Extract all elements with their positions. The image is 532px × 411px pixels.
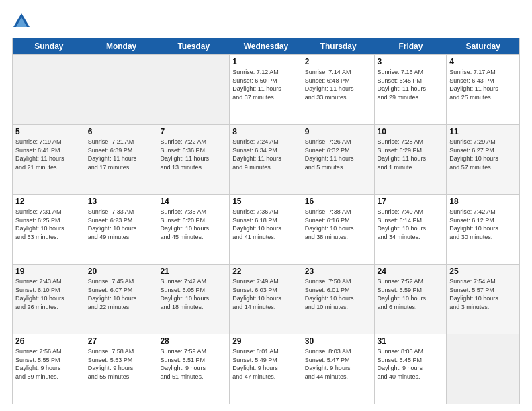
day-number: 22 (232, 267, 299, 276)
header-day-friday: Friday (375, 38, 447, 54)
day-info: Sunrise: 7:26 AM Sunset: 6:32 PM Dayligh… (305, 138, 371, 171)
day-info: Sunrise: 7:22 AM Sunset: 6:36 PM Dayligh… (160, 138, 226, 171)
day-info: Sunrise: 7:19 AM Sunset: 6:41 PM Dayligh… (15, 138, 82, 171)
week-row-1: 5Sunrise: 7:19 AM Sunset: 6:41 PM Daylig… (13, 124, 519, 194)
day-info: Sunrise: 7:49 AM Sunset: 6:03 PM Dayligh… (232, 277, 299, 311)
calendar-body: 1Sunrise: 7:12 AM Sunset: 6:50 PM Daylig… (13, 54, 519, 404)
day-number: 24 (378, 267, 444, 276)
day-info: Sunrise: 7:14 AM Sunset: 6:48 PM Dayligh… (305, 68, 371, 101)
day-info: Sunrise: 7:33 AM Sunset: 6:23 PM Dayligh… (88, 208, 154, 241)
day-cell-29: 29Sunrise: 8:01 AM Sunset: 5:49 PM Dayli… (230, 334, 302, 404)
day-cell-4: 4Sunrise: 7:17 AM Sunset: 6:43 PM Daylig… (447, 55, 519, 124)
day-number: 10 (378, 127, 444, 136)
day-cell-6: 6Sunrise: 7:21 AM Sunset: 6:39 PM Daylig… (85, 125, 158, 194)
day-cell-27: 27Sunrise: 7:58 AM Sunset: 5:53 PM Dayli… (85, 334, 158, 404)
day-cell-8: 8Sunrise: 7:24 AM Sunset: 6:34 PM Daylig… (230, 125, 302, 194)
week-row-2: 12Sunrise: 7:31 AM Sunset: 6:25 PM Dayli… (13, 194, 519, 264)
day-cell-21: 21Sunrise: 7:47 AM Sunset: 6:05 PM Dayli… (157, 265, 230, 334)
day-number: 19 (15, 267, 82, 276)
day-info: Sunrise: 8:05 AM Sunset: 5:45 PM Dayligh… (378, 347, 444, 381)
day-info: Sunrise: 7:16 AM Sunset: 6:45 PM Dayligh… (378, 68, 444, 101)
day-info: Sunrise: 7:58 AM Sunset: 5:53 PM Dayligh… (88, 347, 154, 381)
calendar-header: SundayMondayTuesdayWednesdayThursdayFrid… (13, 38, 519, 54)
day-cell-23: 23Sunrise: 7:50 AM Sunset: 6:01 PM Dayli… (302, 265, 375, 334)
day-number: 8 (232, 127, 299, 136)
day-number: 4 (449, 57, 517, 66)
day-info: Sunrise: 7:12 AM Sunset: 6:50 PM Dayligh… (232, 68, 299, 101)
day-cell-20: 20Sunrise: 7:45 AM Sunset: 6:07 PM Dayli… (85, 265, 158, 334)
logo-icon (12, 12, 31, 31)
day-number: 14 (160, 197, 226, 206)
day-number: 16 (305, 197, 371, 206)
day-number: 17 (378, 197, 444, 206)
day-info: Sunrise: 7:31 AM Sunset: 6:25 PM Dayligh… (15, 208, 82, 241)
day-cell-31: 31Sunrise: 8:05 AM Sunset: 5:45 PM Dayli… (375, 334, 447, 404)
day-number: 9 (305, 127, 371, 136)
day-info: Sunrise: 7:36 AM Sunset: 6:18 PM Dayligh… (232, 208, 299, 241)
day-info: Sunrise: 8:01 AM Sunset: 5:49 PM Dayligh… (232, 347, 299, 381)
day-info: Sunrise: 7:24 AM Sunset: 6:34 PM Dayligh… (232, 138, 299, 171)
day-cell-2: 2Sunrise: 7:14 AM Sunset: 6:48 PM Daylig… (302, 55, 375, 124)
day-cell-25: 25Sunrise: 7:54 AM Sunset: 5:57 PM Dayli… (447, 265, 519, 334)
header-day-thursday: Thursday (302, 38, 375, 54)
day-cell-24: 24Sunrise: 7:52 AM Sunset: 5:59 PM Dayli… (375, 265, 447, 334)
page: SundayMondayTuesdayWednesdayThursdayFrid… (0, 0, 532, 411)
day-number: 21 (160, 267, 226, 276)
empty-cell (85, 55, 158, 124)
day-cell-1: 1Sunrise: 7:12 AM Sunset: 6:50 PM Daylig… (230, 55, 302, 124)
day-cell-5: 5Sunrise: 7:19 AM Sunset: 6:41 PM Daylig… (13, 125, 85, 194)
day-info: Sunrise: 7:59 AM Sunset: 5:51 PM Dayligh… (160, 347, 226, 381)
day-cell-28: 28Sunrise: 7:59 AM Sunset: 5:51 PM Dayli… (157, 334, 230, 404)
empty-cell (13, 55, 85, 124)
day-info: Sunrise: 7:21 AM Sunset: 6:39 PM Dayligh… (88, 138, 154, 171)
day-number: 13 (88, 197, 154, 206)
day-info: Sunrise: 7:35 AM Sunset: 6:20 PM Dayligh… (160, 208, 226, 241)
day-number: 11 (449, 127, 517, 136)
day-info: Sunrise: 7:47 AM Sunset: 6:05 PM Dayligh… (160, 277, 226, 311)
day-info: Sunrise: 7:42 AM Sunset: 6:12 PM Dayligh… (449, 208, 517, 241)
day-info: Sunrise: 7:54 AM Sunset: 5:57 PM Dayligh… (449, 277, 517, 311)
day-cell-16: 16Sunrise: 7:38 AM Sunset: 6:16 PM Dayli… (302, 195, 375, 264)
day-number: 20 (88, 267, 154, 276)
day-cell-15: 15Sunrise: 7:36 AM Sunset: 6:18 PM Dayli… (230, 195, 302, 264)
day-info: Sunrise: 7:45 AM Sunset: 6:07 PM Dayligh… (88, 277, 154, 311)
day-info: Sunrise: 7:28 AM Sunset: 6:29 PM Dayligh… (378, 138, 444, 171)
day-cell-7: 7Sunrise: 7:22 AM Sunset: 6:36 PM Daylig… (157, 125, 230, 194)
day-cell-11: 11Sunrise: 7:29 AM Sunset: 6:27 PM Dayli… (447, 125, 519, 194)
day-number: 18 (449, 197, 517, 206)
day-cell-30: 30Sunrise: 8:03 AM Sunset: 5:47 PM Dayli… (302, 334, 375, 404)
day-cell-9: 9Sunrise: 7:26 AM Sunset: 6:32 PM Daylig… (302, 125, 375, 194)
day-number: 25 (449, 267, 517, 276)
day-number: 3 (378, 57, 444, 66)
week-row-4: 26Sunrise: 7:56 AM Sunset: 5:55 PM Dayli… (13, 334, 519, 404)
day-info: Sunrise: 7:56 AM Sunset: 5:55 PM Dayligh… (15, 347, 82, 381)
day-cell-3: 3Sunrise: 7:16 AM Sunset: 6:45 PM Daylig… (375, 55, 447, 124)
day-info: Sunrise: 7:29 AM Sunset: 6:27 PM Dayligh… (449, 138, 517, 171)
day-number: 15 (232, 197, 299, 206)
empty-cell (447, 334, 519, 404)
day-number: 31 (378, 336, 444, 346)
day-cell-12: 12Sunrise: 7:31 AM Sunset: 6:25 PM Dayli… (13, 195, 85, 264)
header (12, 12, 520, 31)
day-info: Sunrise: 8:03 AM Sunset: 5:47 PM Dayligh… (305, 347, 371, 381)
day-info: Sunrise: 7:38 AM Sunset: 6:16 PM Dayligh… (305, 208, 371, 241)
day-number: 6 (88, 127, 154, 136)
day-number: 1 (232, 57, 299, 66)
header-day-saturday: Saturday (447, 38, 519, 54)
week-row-3: 19Sunrise: 7:43 AM Sunset: 6:10 PM Dayli… (13, 264, 519, 334)
header-day-wednesday: Wednesday (230, 38, 302, 54)
day-number: 30 (305, 336, 371, 346)
day-info: Sunrise: 7:43 AM Sunset: 6:10 PM Dayligh… (15, 277, 82, 311)
day-number: 29 (232, 336, 299, 346)
day-info: Sunrise: 7:40 AM Sunset: 6:14 PM Dayligh… (378, 208, 444, 241)
day-number: 23 (305, 267, 371, 276)
day-cell-13: 13Sunrise: 7:33 AM Sunset: 6:23 PM Dayli… (85, 195, 158, 264)
day-cell-18: 18Sunrise: 7:42 AM Sunset: 6:12 PM Dayli… (447, 195, 519, 264)
header-day-monday: Monday (85, 38, 158, 54)
day-number: 2 (305, 57, 371, 66)
calendar: SundayMondayTuesdayWednesdayThursdayFrid… (12, 38, 520, 404)
logo (12, 12, 34, 31)
day-cell-17: 17Sunrise: 7:40 AM Sunset: 6:14 PM Dayli… (375, 195, 447, 264)
day-cell-26: 26Sunrise: 7:56 AM Sunset: 5:55 PM Dayli… (13, 334, 85, 404)
week-row-0: 1Sunrise: 7:12 AM Sunset: 6:50 PM Daylig… (13, 54, 519, 124)
